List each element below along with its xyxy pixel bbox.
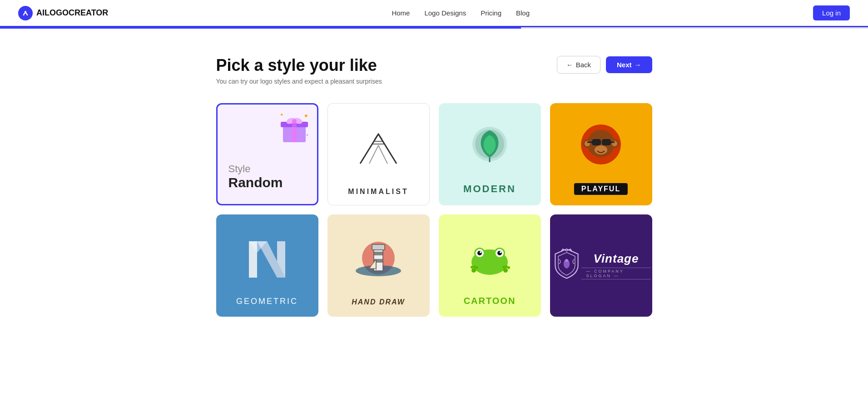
page-title: Pick a style your like <box>216 56 382 75</box>
svg-point-1 <box>25 11 26 13</box>
header-actions: ← Back Next → <box>557 56 652 74</box>
minimalist-mountain-icon <box>351 125 406 170</box>
svg-point-8 <box>292 119 297 124</box>
svg-point-60 <box>565 259 568 262</box>
vintage-shield-icon <box>551 244 582 283</box>
style-card-vintage[interactable]: Vintage — COMPANY SLOGAN — <box>550 214 652 317</box>
style-card-minimalist[interactable]: MINIMALIST <box>327 103 430 205</box>
random-random-word: Random <box>228 175 283 190</box>
random-style-word: Style <box>228 163 283 175</box>
card-playful-inner: PLAYFUL <box>551 104 651 204</box>
svg-text:✦: ✦ <box>303 112 309 119</box>
style-card-geometric[interactable]: GEOMETRIC <box>216 214 318 317</box>
vintage-name: Vintage <box>594 252 639 266</box>
svg-point-58 <box>507 266 510 269</box>
card-random-inner: ✦ ✦ ✦ Style Random <box>218 104 317 204</box>
logo-icon <box>18 6 33 20</box>
style-card-cartoon[interactable]: CARTOON <box>439 214 541 317</box>
svg-point-50 <box>500 251 501 253</box>
page-header: Pick a style your like You can try our l… <box>216 56 652 85</box>
modern-leaf-icon <box>465 125 515 170</box>
next-label: Next <box>617 61 632 69</box>
card-handdraw-inner: HAND DRAW <box>329 216 428 315</box>
vintage-slogan: — COMPANY SLOGAN — <box>581 268 650 279</box>
next-button[interactable]: Next → <box>606 56 652 73</box>
random-text: Style Random <box>228 163 283 190</box>
playful-label: PLAYFUL <box>574 183 628 195</box>
back-label: Back <box>576 61 591 69</box>
vintage-text-block: Vintage — COMPANY SLOGAN — <box>581 252 650 279</box>
page-title-block: Pick a style your like You can try our l… <box>216 56 382 85</box>
style-card-modern[interactable]: MODERN <box>439 103 541 205</box>
geometric-label: GEOMETRIC <box>236 297 298 306</box>
playful-monkey-icon <box>571 121 630 175</box>
page-subtitle: You can try our logo styles and expect a… <box>216 78 382 85</box>
login-button[interactable]: Log in <box>813 5 850 20</box>
style-card-playful[interactable]: PLAYFUL <box>550 103 652 205</box>
card-geometric-inner: GEOMETRIC <box>218 216 317 315</box>
card-modern-inner: MODERN <box>440 104 540 204</box>
svg-point-51 <box>471 268 476 273</box>
svg-rect-24 <box>602 139 611 145</box>
svg-point-55 <box>503 268 508 273</box>
handdraw-label: HAND DRAW <box>352 298 405 306</box>
style-grid: ✦ ✦ ✦ Style Random <box>216 103 652 317</box>
card-cartoon-inner: CARTOON <box>440 216 540 315</box>
svg-rect-23 <box>592 139 601 145</box>
main-content: Pick a style your like You can try our l… <box>207 29 661 344</box>
svg-point-48 <box>497 251 502 255</box>
back-arrow-icon: ← <box>566 61 573 69</box>
svg-point-49 <box>480 251 481 253</box>
site-logo[interactable]: AILOGOCREATOR <box>18 6 108 20</box>
modern-label: MODERN <box>463 183 516 195</box>
logo-text: AILOGOCREATOR <box>36 8 108 18</box>
svg-text:✦: ✦ <box>306 133 309 137</box>
svg-point-54 <box>476 266 478 269</box>
back-button[interactable]: ← Back <box>557 56 600 74</box>
next-arrow-icon: → <box>635 61 641 69</box>
cartoon-label: CARTOON <box>464 296 516 306</box>
svg-point-47 <box>477 251 482 255</box>
progress-fill <box>0 27 521 29</box>
handdraw-lighthouse-icon <box>351 234 406 284</box>
random-gift-icon: ✦ ✦ ✦ <box>276 109 312 145</box>
geometric-n-icon <box>244 234 290 284</box>
progress-bar <box>0 27 868 29</box>
svg-point-56 <box>502 266 505 269</box>
logo-designs-link[interactable]: Logo Designs <box>424 9 466 17</box>
style-card-random[interactable]: ✦ ✦ ✦ Style Random <box>216 103 318 205</box>
card-vintage-inner: Vintage — COMPANY SLOGAN — <box>551 216 651 315</box>
nav-links: Home Logo Designs Pricing Blog <box>392 9 530 17</box>
card-minimalist-inner: MINIMALIST <box>328 104 429 205</box>
minimalist-label: MINIMALIST <box>348 188 408 196</box>
pricing-link[interactable]: Pricing <box>481 9 501 17</box>
navbar: AILOGOCREATOR Home Logo Designs Pricing … <box>0 0 868 27</box>
style-card-handdraw[interactable]: HAND DRAW <box>327 214 430 317</box>
blog-link[interactable]: Blog <box>516 9 530 17</box>
svg-text:✦: ✦ <box>280 112 283 117</box>
svg-point-52 <box>471 266 473 269</box>
svg-rect-36 <box>374 252 383 255</box>
home-link[interactable]: Home <box>392 9 410 17</box>
cartoon-frog-icon <box>462 239 517 279</box>
